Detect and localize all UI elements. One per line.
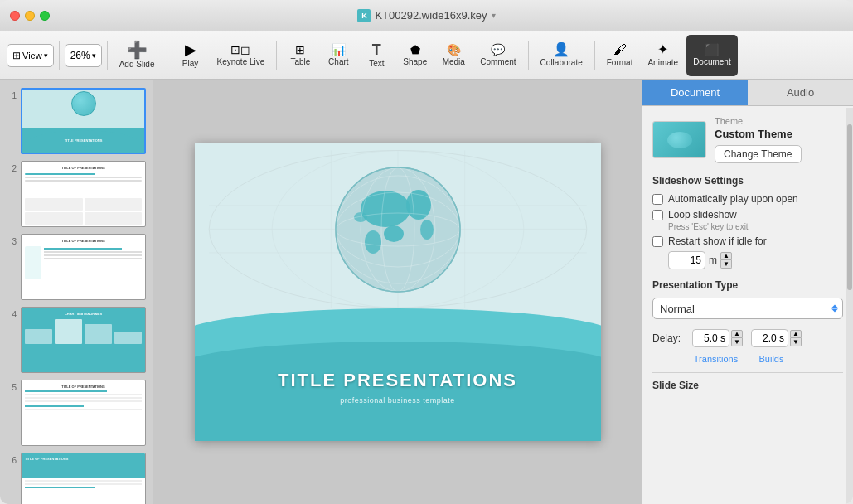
add-slide-icon: ➕ bbox=[127, 41, 148, 58]
media-label: Media bbox=[443, 57, 465, 66]
add-slide-label: Add Slide bbox=[119, 60, 155, 69]
animate-button[interactable]: ✦ Animate bbox=[641, 35, 685, 76]
collaborate-label: Collaborate bbox=[540, 58, 583, 67]
slide-2-img: TITLE OF PRESENTATIONS bbox=[21, 161, 146, 227]
format-icon: 🖌 bbox=[613, 43, 627, 56]
chart-icon: 📊 bbox=[332, 44, 346, 56]
loop-slideshow-label: Loop slideshow bbox=[668, 209, 737, 220]
idle-stepper-down[interactable]: ▼ bbox=[720, 260, 732, 269]
change-theme-button[interactable]: Change Theme bbox=[715, 145, 802, 163]
slide-title: TITLE PRESENTATIONS bbox=[195, 370, 601, 391]
builds-stepper-down[interactable]: ▼ bbox=[790, 338, 802, 346]
animate-icon: ✦ bbox=[657, 43, 668, 56]
shape-button[interactable]: ⬟ Shape bbox=[396, 35, 434, 76]
media-icon: 🎨 bbox=[447, 44, 461, 56]
auto-play-checkbox[interactable] bbox=[652, 194, 663, 205]
view-chevron: ▾ bbox=[44, 51, 48, 60]
transitions-stepper-up[interactable]: ▲ bbox=[731, 330, 743, 338]
slide-4-thumb[interactable]: 4 CHART and DIAGRAMS bbox=[5, 305, 148, 375]
media-button[interactable]: 🎨 Media bbox=[435, 35, 472, 76]
view-label: View bbox=[22, 51, 42, 61]
right-panel: Document Audio Theme Custom Theme C bbox=[642, 80, 853, 504]
sep1 bbox=[59, 41, 60, 70]
slide-1-thumb[interactable]: 1 TITLE PRESENTATIONS bbox=[5, 86, 148, 156]
play-icon: ▶ bbox=[185, 42, 196, 57]
text-button[interactable]: T Text bbox=[358, 35, 395, 76]
presentation-type-select[interactable]: Normal Self-Playing Hyperlinks Only bbox=[652, 298, 843, 319]
builds-input[interactable] bbox=[751, 329, 788, 347]
panel-tabs: Document Audio bbox=[642, 80, 853, 106]
keynote-live-button[interactable]: ⊡◻ Keynote Live bbox=[211, 35, 272, 76]
idle-stepper-up[interactable]: ▲ bbox=[720, 252, 732, 260]
document-label: Document bbox=[693, 57, 731, 66]
panel-content: Theme Custom Theme Change Theme Slidesho… bbox=[642, 106, 853, 504]
zoom-button[interactable]: 26% ▾ bbox=[65, 44, 102, 67]
chart-label: Chart bbox=[328, 57, 348, 66]
svg-point-11 bbox=[384, 225, 404, 242]
document-button[interactable]: ⬛ Document bbox=[686, 35, 738, 76]
chart-button[interactable]: 📊 Chart bbox=[320, 35, 356, 76]
auto-play-row: Automatically play upon open bbox=[652, 193, 843, 205]
delay-section: Delay: ▲ ▼ ▲ ▼ bbox=[652, 329, 843, 347]
slide-3-num: 3 bbox=[7, 234, 17, 246]
format-button[interactable]: 🖌 Format bbox=[600, 35, 640, 76]
comment-button[interactable]: 💬 Comment bbox=[473, 35, 522, 76]
builds-stepper-up[interactable]: ▲ bbox=[790, 330, 802, 338]
table-button[interactable]: ⊞ Table bbox=[282, 35, 318, 76]
collaborate-button[interactable]: 👤 Collaborate bbox=[534, 35, 589, 76]
loop-slideshow-checkbox[interactable] bbox=[652, 210, 663, 220]
theme-thumbnail bbox=[652, 121, 706, 158]
main-area: 1 TITLE PRESENTATIONS 2 TITLE OF PRESENT… bbox=[0, 80, 853, 504]
loop-hint: Press 'Esc' key to exit bbox=[668, 222, 843, 231]
slide-6-thumb[interactable]: 6 TITLE OF PRESENTATIONS bbox=[5, 451, 148, 504]
sep3 bbox=[167, 41, 167, 70]
close-button[interactable] bbox=[10, 11, 20, 21]
svg-point-13 bbox=[365, 230, 381, 254]
builds-stepper: ▲ ▼ bbox=[790, 330, 802, 346]
view-button[interactable]: ⊞ View ▾ bbox=[7, 44, 54, 67]
transitions-field: ▲ ▼ bbox=[692, 329, 743, 347]
theme-label: Theme bbox=[715, 116, 843, 126]
idle-value-input[interactable] bbox=[668, 251, 705, 269]
window-title: K KT00292.wide16x9.key ▾ bbox=[357, 9, 495, 22]
tab-audio[interactable]: Audio bbox=[748, 80, 853, 105]
sep6 bbox=[594, 41, 595, 70]
slide-3-thumb[interactable]: 3 TITLE OF PRESENTATIONS bbox=[5, 232, 148, 302]
presentation-type-select-wrap: Normal Self-Playing Hyperlinks Only bbox=[652, 298, 843, 319]
titlebar-buttons bbox=[10, 11, 50, 21]
tab-document[interactable]: Document bbox=[642, 80, 748, 105]
loop-slideshow-row: Loop slideshow bbox=[652, 209, 843, 220]
restart-idle-checkbox[interactable] bbox=[652, 236, 663, 247]
slide-2-thumb[interactable]: 2 TITLE OF PRESENTATIONS bbox=[5, 159, 148, 229]
title-chevron: ▾ bbox=[492, 11, 496, 20]
transitions-sub-label: Transitions bbox=[692, 354, 739, 364]
idle-unit: m bbox=[709, 254, 717, 266]
restart-idle-label: Restart show if idle for bbox=[668, 235, 767, 247]
delay-fields: ▲ ▼ ▲ ▼ bbox=[692, 329, 802, 347]
view-group: ⊞ View ▾ bbox=[7, 44, 54, 67]
transitions-input[interactable] bbox=[692, 329, 729, 347]
theme-name: Custom Theme bbox=[715, 128, 843, 140]
transitions-stepper-down[interactable]: ▼ bbox=[731, 338, 743, 346]
slide-subtitle: professional business template bbox=[195, 396, 601, 405]
slide-3-title-text: TITLE OF PRESENTATIONS bbox=[24, 239, 143, 243]
play-button[interactable]: ▶ Play bbox=[172, 35, 209, 76]
add-slide-button[interactable]: ➕ Add Slide bbox=[113, 35, 162, 76]
keynote-live-icon: ⊡◻ bbox=[230, 44, 250, 56]
text-label: Text bbox=[369, 59, 384, 68]
canvas-area: TITLE PRESENTATIONS professional busines… bbox=[153, 80, 642, 504]
scrollbar-thumb[interactable] bbox=[847, 124, 852, 290]
scrollbar-track[interactable] bbox=[846, 108, 853, 504]
slide-1-img: TITLE PRESENTATIONS bbox=[21, 88, 146, 154]
sep5 bbox=[528, 41, 529, 70]
maximize-button[interactable] bbox=[40, 11, 50, 21]
idle-input-wrap: m ▲ ▼ bbox=[668, 251, 843, 269]
minimize-button[interactable] bbox=[25, 11, 35, 21]
comment-icon: 💬 bbox=[491, 44, 505, 56]
slide-5-thumb[interactable]: 5 TITLE OF PRESENTATIONS bbox=[5, 378, 148, 448]
slide-3-img: TITLE OF PRESENTATIONS bbox=[21, 234, 146, 300]
slide-4-img: CHART and DIAGRAMS bbox=[21, 307, 146, 373]
builds-field: ▲ ▼ bbox=[751, 329, 802, 347]
slide-2-num: 2 bbox=[7, 161, 17, 173]
sep2 bbox=[107, 41, 108, 70]
